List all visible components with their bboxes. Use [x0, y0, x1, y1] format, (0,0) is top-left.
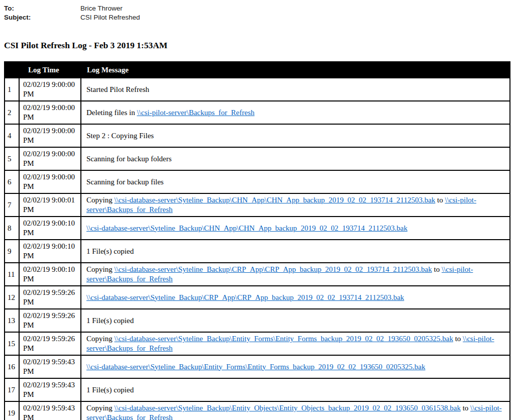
table-row: 1302/02/19 9:59:26PM1 File(s) copied: [5, 309, 510, 332]
log-message-cell: Copying \\csi-database-server\Syteline_B…: [81, 263, 510, 286]
table-row: 402/02/19 9:00:00PMStep 2 : Copying File…: [5, 124, 510, 147]
table-row: 1602/02/19 9:59:43PM\\csi-database-serve…: [5, 355, 510, 378]
message-text: to: [461, 404, 470, 412]
table-header-row: Log Time Log Message: [5, 62, 510, 78]
log-time-cell: 02/02/19 9:59:43PM: [19, 378, 81, 401]
log-message-cell: Deleting files in \\csi-pilot-server\Bac…: [81, 101, 510, 124]
log-message-cell: Started Pilot Refresh: [81, 78, 510, 101]
log-message-cell: Step 2 : Copying Files: [81, 124, 510, 147]
row-number: 15: [5, 332, 19, 355]
page-title: CSI Pilot Refresh Log - Feb 3 2019 1:53A…: [4, 40, 510, 51]
to-label: To:: [4, 4, 80, 13]
message-text: to: [432, 265, 442, 273]
message-text: Copying: [86, 265, 114, 273]
log-time-cell: 02/02/19 9:00:00PM: [19, 78, 81, 101]
log-message-cell: \\csi-database-server\Syteline_Backup\CR…: [81, 286, 510, 309]
table-row: 1102/02/19 9:00:10PMCopying \\csi-databa…: [5, 263, 510, 286]
table-row: 902/02/19 9:00:10PM1 File(s) copied: [5, 240, 510, 263]
email-view: { "meta": { "to_label": "To:", "to_value…: [0, 0, 514, 420]
log-time-cell: 02/02/19 9:00:10PM: [19, 240, 81, 263]
log-time-cell: 02/02/19 9:00:00PM: [19, 124, 81, 147]
table-row: 1902/02/19 9:59:43PMCopying \\csi-databa…: [5, 401, 510, 420]
log-message-cell: Scanning for backup files: [81, 170, 510, 193]
email-meta: To: Brice Thrower Subject: CSI Pilot Ref…: [4, 4, 510, 22]
message-text: Copying: [86, 196, 114, 204]
message-text: Scanning for backup files: [86, 178, 164, 186]
log-message-cell: Copying \\csi-database-server\Syteline_B…: [81, 332, 510, 355]
row-number: 13: [5, 309, 19, 332]
log-message-cell: Scanning for backup folders: [81, 147, 510, 170]
message-text: 1 File(s) copied: [86, 317, 134, 325]
message-text: to: [453, 335, 463, 343]
subject-value: CSI Pilot Refreshed: [80, 13, 510, 22]
row-number: 2: [5, 101, 19, 124]
subject-label: Subject:: [4, 13, 80, 22]
log-time-cell: 02/02/19 9:00:10PM: [19, 263, 81, 286]
row-number: 4: [5, 124, 19, 147]
row-number: 7: [5, 193, 19, 217]
subject-row: Subject: CSI Pilot Refreshed: [4, 13, 510, 22]
table-row: 1702/02/19 9:59:43PM1 File(s) copied: [5, 378, 510, 401]
message-text: Copying: [86, 335, 114, 343]
file-path-link[interactable]: \\csi-database-server\Syteline_Backup\CH…: [86, 224, 407, 232]
row-number: 8: [5, 217, 19, 240]
log-message-cell: Copying \\csi-database-server\Syteline_B…: [81, 193, 510, 217]
table-row: 1502/02/19 9:59:26PMCopying \\csi-databa…: [5, 332, 510, 355]
log-time-cell: 02/02/19 9:59:26PM: [19, 309, 81, 332]
log-time-cell: 02/02/19 9:00:00PM: [19, 101, 81, 124]
log-time-cell: 02/02/19 9:00:00PM: [19, 147, 81, 170]
file-path-link[interactable]: \\csi-database-server\Syteline_Backup\En…: [114, 404, 460, 412]
row-number: 12: [5, 286, 19, 309]
table-row: 502/02/19 9:00:00PMScanning for backup f…: [5, 147, 510, 170]
table-row: 102/02/19 9:00:00PMStarted Pilot Refresh: [5, 78, 510, 101]
log-time-cell: 02/02/19 9:59:43PM: [19, 401, 81, 420]
file-path-link[interactable]: \\csi-database-server\Syteline_Backup\CR…: [114, 265, 432, 273]
row-number: 11: [5, 263, 19, 286]
table-row: 202/02/19 9:00:00PMDeleting files in \\c…: [5, 101, 510, 124]
log-time-cell: 02/02/19 9:59:26PM: [19, 332, 81, 355]
file-path-link[interactable]: \\csi-database-server\Syteline_Backup\CR…: [86, 293, 404, 301]
message-text: Started Pilot Refresh: [86, 85, 149, 93]
row-number: 5: [5, 147, 19, 170]
header-cell-log-time: Log Time: [19, 62, 81, 78]
message-text: Scanning for backup folders: [86, 155, 172, 163]
message-text: Step 2 : Copying Files: [86, 132, 154, 140]
header-cell-log-message: Log Message: [81, 62, 510, 78]
log-message-cell: \\csi-database-server\Syteline_Backup\En…: [81, 355, 510, 378]
table-row: 802/02/19 9:00:10PM\\csi-database-server…: [5, 217, 510, 240]
log-message-cell: \\csi-database-server\Syteline_Backup\CH…: [81, 217, 510, 240]
row-number: 1: [5, 78, 19, 101]
to-value: Brice Thrower: [80, 4, 510, 13]
message-text: to: [435, 196, 445, 204]
file-path-link[interactable]: \\csi-database-server\Syteline_Backup\En…: [114, 335, 453, 343]
log-time-cell: 02/02/19 9:59:43PM: [19, 355, 81, 378]
row-number: 9: [5, 240, 19, 263]
log-time-cell: 02/02/19 9:00:10PM: [19, 217, 81, 240]
row-number: 17: [5, 378, 19, 401]
table-row: 702/02/19 9:00:01PMCopying \\csi-databas…: [5, 193, 510, 217]
log-time-cell: 02/02/19 9:00:01PM: [19, 193, 81, 217]
header-cell-index: [5, 62, 19, 78]
message-text: 1 File(s) copied: [86, 247, 134, 255]
message-text: 1 File(s) copied: [86, 386, 134, 394]
table-row: 1202/02/19 9:59:26PM\\csi-database-serve…: [5, 286, 510, 309]
row-number: 6: [5, 170, 19, 193]
log-time-cell: 02/02/19 9:00:00PM: [19, 170, 81, 193]
table-row: 602/02/19 9:00:00PMScanning for backup f…: [5, 170, 510, 193]
to-row: To: Brice Thrower: [4, 4, 510, 13]
log-time-cell: 02/02/19 9:59:26PM: [19, 286, 81, 309]
row-number: 19: [5, 401, 19, 420]
log-message-cell: 1 File(s) copied: [81, 309, 510, 332]
log-message-cell: 1 File(s) copied: [81, 378, 510, 401]
log-message-cell: 1 File(s) copied: [81, 240, 510, 263]
file-path-link[interactable]: \\csi-pilot-server\Backups_for_Refresh: [137, 109, 254, 117]
file-path-link[interactable]: \\csi-database-server\Syteline_Backup\En…: [86, 363, 426, 371]
log-table-body: 102/02/19 9:00:00PMStarted Pilot Refresh…: [5, 78, 510, 420]
row-number: 16: [5, 355, 19, 378]
file-path-link[interactable]: \\csi-database-server\Syteline_Backup\CH…: [114, 196, 435, 204]
log-table: Log Time Log Message 102/02/19 9:00:00PM…: [4, 61, 510, 420]
message-text: Copying: [86, 404, 114, 412]
log-message-cell: Copying \\csi-database-server\Syteline_B…: [81, 401, 510, 420]
message-text: Deleting files in: [86, 109, 137, 117]
